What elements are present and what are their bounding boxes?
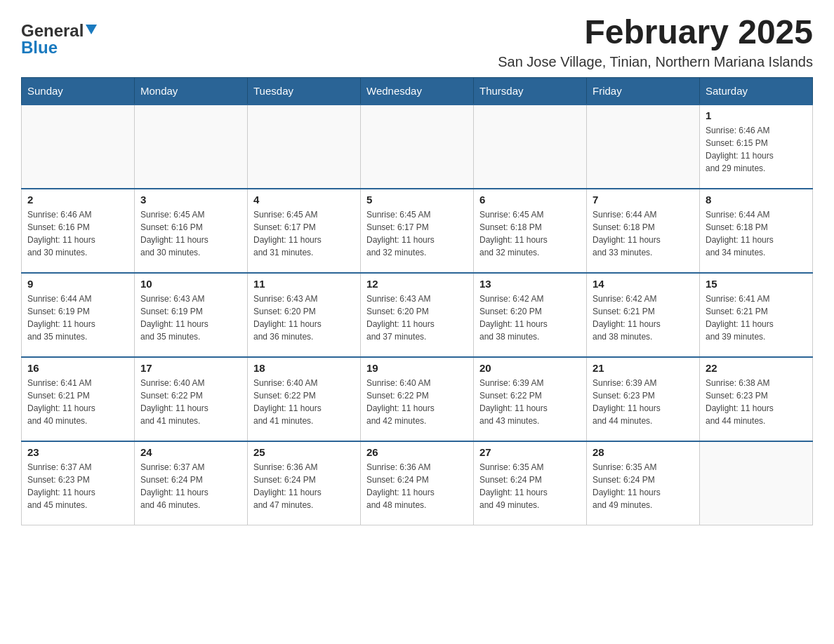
table-cell: 1Sunrise: 6:46 AM Sunset: 6:15 PM Daylig…: [700, 105, 813, 189]
header-friday: Friday: [587, 77, 700, 105]
day-info: Sunrise: 6:45 AM Sunset: 6:18 PM Dayligh…: [479, 208, 581, 259]
week-row-1: 1Sunrise: 6:46 AM Sunset: 6:15 PM Daylig…: [22, 105, 813, 189]
header-tuesday: Tuesday: [248, 77, 361, 105]
svg-marker-0: [86, 25, 97, 34]
day-info: Sunrise: 6:45 AM Sunset: 6:16 PM Dayligh…: [140, 208, 241, 259]
day-number: 1: [706, 109, 807, 121]
day-info: Sunrise: 6:44 AM Sunset: 6:18 PM Dayligh…: [706, 208, 807, 259]
day-info: Sunrise: 6:40 AM Sunset: 6:22 PM Dayligh…: [253, 377, 355, 427]
day-number: 28: [593, 446, 694, 458]
day-info: Sunrise: 6:45 AM Sunset: 6:17 PM Dayligh…: [253, 208, 355, 259]
table-cell: [361, 105, 474, 189]
day-info: Sunrise: 6:39 AM Sunset: 6:23 PM Dayligh…: [593, 377, 694, 427]
table-cell: 16Sunrise: 6:41 AM Sunset: 6:21 PM Dayli…: [22, 357, 135, 441]
table-cell: 8Sunrise: 6:44 AM Sunset: 6:18 PM Daylig…: [700, 189, 813, 273]
table-cell: 17Sunrise: 6:40 AM Sunset: 6:22 PM Dayli…: [135, 357, 248, 441]
month-year-title: February 2025: [498, 14, 813, 51]
table-cell: [22, 105, 135, 189]
day-number: 27: [479, 446, 581, 458]
logo: General Blue: [21, 21, 97, 58]
day-info: Sunrise: 6:42 AM Sunset: 6:21 PM Dayligh…: [593, 293, 694, 343]
day-number: 5: [366, 194, 468, 206]
day-info: Sunrise: 6:40 AM Sunset: 6:22 PM Dayligh…: [366, 377, 468, 427]
day-info: Sunrise: 6:41 AM Sunset: 6:21 PM Dayligh…: [27, 377, 128, 427]
day-number: 13: [479, 278, 581, 290]
location-subtitle: San Jose Village, Tinian, Northern Maria…: [498, 54, 813, 70]
day-number: 16: [27, 362, 128, 374]
day-number: 18: [253, 362, 355, 374]
day-number: 15: [706, 278, 807, 290]
table-cell: [248, 105, 361, 189]
day-number: 6: [479, 194, 581, 206]
table-cell: 3Sunrise: 6:45 AM Sunset: 6:16 PM Daylig…: [135, 189, 248, 273]
calendar-table: Sunday Monday Tuesday Wednesday Thursday…: [21, 77, 813, 526]
table-cell: 20Sunrise: 6:39 AM Sunset: 6:22 PM Dayli…: [474, 357, 587, 441]
day-info: Sunrise: 6:41 AM Sunset: 6:21 PM Dayligh…: [706, 293, 807, 343]
week-row-4: 16Sunrise: 6:41 AM Sunset: 6:21 PM Dayli…: [22, 357, 813, 441]
table-cell: [700, 441, 813, 525]
table-cell: 28Sunrise: 6:35 AM Sunset: 6:24 PM Dayli…: [587, 441, 700, 525]
table-cell: 13Sunrise: 6:42 AM Sunset: 6:20 PM Dayli…: [474, 273, 587, 357]
table-cell: 18Sunrise: 6:40 AM Sunset: 6:22 PM Dayli…: [248, 357, 361, 441]
day-number: 23: [27, 446, 128, 458]
day-info: Sunrise: 6:42 AM Sunset: 6:20 PM Dayligh…: [479, 293, 581, 343]
table-cell: 26Sunrise: 6:36 AM Sunset: 6:24 PM Dayli…: [361, 441, 474, 525]
day-info: Sunrise: 6:46 AM Sunset: 6:16 PM Dayligh…: [27, 208, 128, 259]
day-number: 24: [140, 446, 241, 458]
day-number: 9: [27, 278, 128, 290]
table-cell: 4Sunrise: 6:45 AM Sunset: 6:17 PM Daylig…: [248, 189, 361, 273]
day-number: 8: [706, 194, 807, 206]
title-section: February 2025 San Jose Village, Tinian, …: [498, 14, 813, 70]
table-cell: 15Sunrise: 6:41 AM Sunset: 6:21 PM Dayli…: [700, 273, 813, 357]
page-header: General Blue February 2025 San Jose Vill…: [21, 14, 813, 70]
day-number: 14: [593, 278, 694, 290]
table-cell: [135, 105, 248, 189]
day-info: Sunrise: 6:40 AM Sunset: 6:22 PM Dayligh…: [140, 377, 241, 427]
day-number: 19: [366, 362, 468, 374]
day-number: 25: [253, 446, 355, 458]
day-number: 21: [593, 362, 694, 374]
calendar-header-row: Sunday Monday Tuesday Wednesday Thursday…: [22, 77, 813, 105]
table-cell: 23Sunrise: 6:37 AM Sunset: 6:23 PM Dayli…: [22, 441, 135, 525]
day-info: Sunrise: 6:36 AM Sunset: 6:24 PM Dayligh…: [253, 461, 355, 511]
day-info: Sunrise: 6:37 AM Sunset: 6:24 PM Dayligh…: [140, 461, 241, 511]
table-cell: 24Sunrise: 6:37 AM Sunset: 6:24 PM Dayli…: [135, 441, 248, 525]
header-sunday: Sunday: [22, 77, 135, 105]
day-info: Sunrise: 6:39 AM Sunset: 6:22 PM Dayligh…: [479, 377, 581, 427]
table-cell: 21Sunrise: 6:39 AM Sunset: 6:23 PM Dayli…: [587, 357, 700, 441]
table-cell: [474, 105, 587, 189]
header-monday: Monday: [135, 77, 248, 105]
header-thursday: Thursday: [474, 77, 587, 105]
table-cell: 7Sunrise: 6:44 AM Sunset: 6:18 PM Daylig…: [587, 189, 700, 273]
table-cell: 2Sunrise: 6:46 AM Sunset: 6:16 PM Daylig…: [22, 189, 135, 273]
day-number: 2: [27, 194, 128, 206]
day-number: 11: [253, 278, 355, 290]
day-info: Sunrise: 6:38 AM Sunset: 6:23 PM Dayligh…: [706, 377, 807, 427]
day-number: 7: [593, 194, 694, 206]
day-info: Sunrise: 6:35 AM Sunset: 6:24 PM Dayligh…: [479, 461, 581, 511]
logo-blue-text: Blue: [21, 38, 58, 58]
day-info: Sunrise: 6:44 AM Sunset: 6:19 PM Dayligh…: [27, 293, 128, 343]
day-info: Sunrise: 6:36 AM Sunset: 6:24 PM Dayligh…: [366, 461, 468, 511]
table-cell: [587, 105, 700, 189]
day-info: Sunrise: 6:46 AM Sunset: 6:15 PM Dayligh…: [706, 124, 807, 175]
week-row-5: 23Sunrise: 6:37 AM Sunset: 6:23 PM Dayli…: [22, 441, 813, 525]
table-cell: 22Sunrise: 6:38 AM Sunset: 6:23 PM Dayli…: [700, 357, 813, 441]
logo-arrow-icon: [86, 25, 97, 39]
day-number: 22: [706, 362, 807, 374]
table-cell: 27Sunrise: 6:35 AM Sunset: 6:24 PM Dayli…: [474, 441, 587, 525]
day-number: 20: [479, 362, 581, 374]
table-cell: 9Sunrise: 6:44 AM Sunset: 6:19 PM Daylig…: [22, 273, 135, 357]
table-cell: 11Sunrise: 6:43 AM Sunset: 6:20 PM Dayli…: [248, 273, 361, 357]
table-cell: 10Sunrise: 6:43 AM Sunset: 6:19 PM Dayli…: [135, 273, 248, 357]
header-saturday: Saturday: [700, 77, 813, 105]
day-info: Sunrise: 6:37 AM Sunset: 6:23 PM Dayligh…: [27, 461, 128, 511]
day-number: 10: [140, 278, 241, 290]
day-info: Sunrise: 6:43 AM Sunset: 6:20 PM Dayligh…: [253, 293, 355, 343]
table-cell: 19Sunrise: 6:40 AM Sunset: 6:22 PM Dayli…: [361, 357, 474, 441]
day-number: 3: [140, 194, 241, 206]
day-info: Sunrise: 6:44 AM Sunset: 6:18 PM Dayligh…: [593, 208, 694, 259]
day-info: Sunrise: 6:43 AM Sunset: 6:19 PM Dayligh…: [140, 293, 241, 343]
table-cell: 25Sunrise: 6:36 AM Sunset: 6:24 PM Dayli…: [248, 441, 361, 525]
day-number: 12: [366, 278, 468, 290]
